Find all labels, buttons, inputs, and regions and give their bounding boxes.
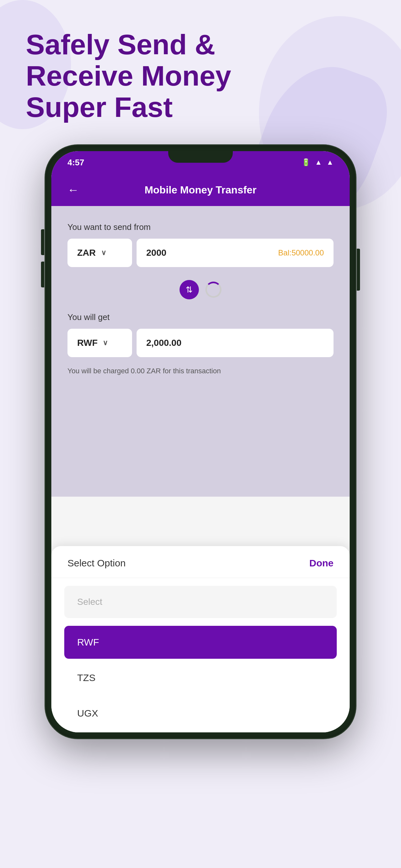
balance-display: Bal:50000.00 [278,248,324,257]
phone-device: 4:57 🔋 ▲ ▲ ← Mobile Money Transfer You w… [45,145,356,738]
receive-section: You will get RWF ∨ 2,000.00 You will be … [67,312,334,375]
list-item[interactable]: RWF [64,626,337,659]
status-icons: 🔋 ▲ ▲ [302,158,334,166]
select-placeholder-text: Select [77,597,102,607]
send-currency-value: ZAR [77,248,96,258]
receive-amount-wrapper: 2,000.00 [136,329,334,357]
hero-section: Safely Send & Receive Money Super Fast [26,29,245,123]
list-item[interactable]: UGX [64,697,337,730]
hero-title: Safely Send & Receive Money Super Fast [26,29,245,123]
status-time: 4:57 [67,158,84,167]
receive-input-row: RWF ∨ 2,000.00 [67,329,334,357]
bottom-sheet: Select Option Done Select RWFTZSUGX [51,546,350,733]
chevron-down-icon: ∨ [101,249,106,257]
send-input-row: ZAR ∨ 2000 Bal:50000.00 [67,239,334,267]
sheet-header: Select Option Done [51,546,350,578]
receive-label: You will get [67,312,334,322]
done-button[interactable]: Done [309,558,334,569]
send-amount[interactable]: 2000 [146,248,166,258]
app-header: ← Mobile Money Transfer [51,174,350,206]
receive-amount: 2,000.00 [146,338,181,348]
receive-chevron-icon: ∨ [103,339,108,347]
swap-icon[interactable]: ⇅ [180,280,199,299]
send-amount-wrapper: 2000 Bal:50000.00 [136,239,334,267]
send-currency-selector[interactable]: ZAR ∨ [67,239,132,267]
page-title: Mobile Money Transfer [145,184,257,196]
receive-currency-selector[interactable]: RWF ∨ [67,329,132,357]
charge-info: You will be charged 0.00 ZAR for this tr… [67,367,334,375]
options-list: RWFTZSUGX [51,626,350,730]
send-label: You want to send from [67,222,334,232]
wifi-icon: ▲ [315,158,322,166]
list-item[interactable]: TZS [64,661,337,694]
battery-icon: 🔋 [302,158,310,166]
send-section: You want to send from ZAR ∨ 2000 Bal:500… [67,222,334,267]
swap-area: ⇅ [67,277,334,303]
main-content: You want to send from ZAR ∨ 2000 Bal:500… [51,206,350,497]
phone-outer-frame: 4:57 🔋 ▲ ▲ ← Mobile Money Transfer You w… [45,145,356,738]
back-button[interactable]: ← [67,183,79,197]
select-placeholder-box[interactable]: Select [64,586,337,618]
loading-spinner [205,282,221,298]
signal-icon: ▲ [327,158,334,166]
receive-currency-value: RWF [77,338,97,348]
notch [168,151,233,163]
sheet-title: Select Option [67,558,126,569]
status-bar: 4:57 🔋 ▲ ▲ [51,151,350,174]
phone-screen: 4:57 🔋 ▲ ▲ ← Mobile Money Transfer You w… [51,151,350,733]
